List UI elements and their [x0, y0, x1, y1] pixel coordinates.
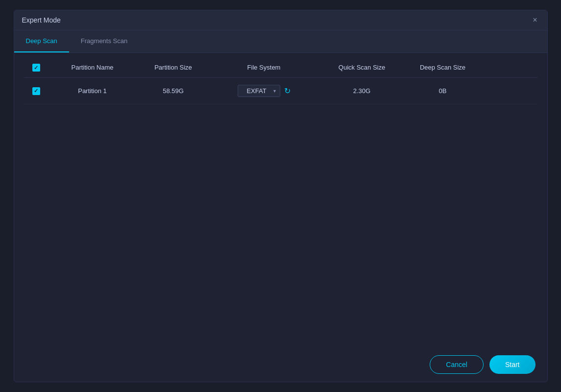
- table-header: ✓ Partition Name Partition Size File Sys…: [24, 58, 537, 78]
- col-header-quick-scan-size: Quick Scan Size: [318, 64, 406, 72]
- row-file-system-cell: EXFAT ▾ ↻: [210, 85, 318, 97]
- col-header-partition-size: Partition Size: [137, 64, 210, 72]
- row-partition-size: 58.59G: [137, 87, 210, 95]
- tabs-bar: Deep Scan Fragments Scan: [14, 30, 547, 53]
- dialog-title: Expert Mode: [22, 16, 61, 24]
- file-system-selector[interactable]: EXFAT ▾: [238, 85, 280, 97]
- header-checkbox[interactable]: ✓: [32, 64, 40, 72]
- row-quick-scan-size: 2.30G: [318, 87, 406, 95]
- col-header-partition-name: Partition Name: [49, 64, 137, 72]
- tab-fragments-scan[interactable]: Fragments Scan: [69, 30, 139, 52]
- chevron-down-icon: ▾: [273, 88, 276, 94]
- tab-deep-scan[interactable]: Deep Scan: [14, 30, 69, 52]
- col-header-file-system: File System: [210, 64, 318, 72]
- row-deep-scan-size: 0B: [406, 87, 480, 95]
- title-bar: Expert Mode ×: [14, 10, 547, 30]
- dialog-footer: Cancel Start: [14, 347, 547, 382]
- close-button[interactable]: ×: [531, 15, 539, 25]
- expert-mode-dialog: Expert Mode × Deep Scan Fragments Scan ✓…: [14, 10, 548, 382]
- content-area: ✓ Partition Name Partition Size File Sys…: [14, 53, 547, 347]
- row-checkbox[interactable]: ✓: [32, 87, 40, 95]
- table-row: ✓ Partition 1 58.59G EXFAT ▾ ↻ 2.30G: [24, 78, 537, 104]
- start-button[interactable]: Start: [489, 355, 536, 374]
- col-header-checkbox: ✓: [24, 64, 49, 72]
- col-header-deep-scan-size: Deep Scan Size: [406, 64, 480, 72]
- row-partition-name: Partition 1: [49, 87, 137, 95]
- cancel-button[interactable]: Cancel: [430, 355, 484, 374]
- file-system-container: EXFAT ▾ ↻: [210, 85, 318, 97]
- row-checkbox-cell: ✓: [24, 87, 49, 95]
- file-system-value: EXFAT: [242, 87, 271, 95]
- refresh-icon[interactable]: ↻: [284, 86, 291, 96]
- table-container: ✓ Partition Name Partition Size File Sys…: [14, 53, 547, 109]
